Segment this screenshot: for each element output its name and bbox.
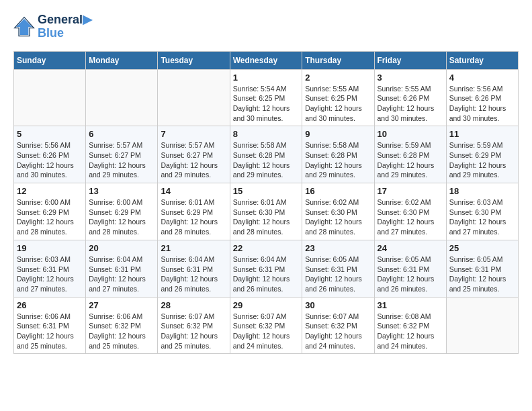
day-info: Sunrise: 5:57 AM Sunset: 6:27 PM Dayligh…: [161, 140, 226, 180]
calendar-body: 1Sunrise: 5:54 AM Sunset: 6:25 PM Daylig…: [14, 69, 519, 354]
day-number: 11: [449, 129, 515, 139]
calendar-day-cell: 2Sunrise: 5:55 AM Sunset: 6:25 PM Daylig…: [302, 69, 374, 126]
calendar-day-cell: 22Sunrise: 6:04 AM Sunset: 6:31 PM Dayli…: [230, 240, 302, 297]
calendar-day-cell: [446, 297, 518, 354]
day-number: 15: [233, 186, 300, 196]
day-number: 16: [305, 186, 371, 196]
day-number: 4: [449, 73, 515, 83]
day-info: Sunrise: 6:00 AM Sunset: 6:29 PM Dayligh…: [17, 197, 83, 237]
calendar-day-cell: 30Sunrise: 6:07 AM Sunset: 6:32 PM Dayli…: [302, 297, 374, 354]
calendar-day-cell: 23Sunrise: 6:05 AM Sunset: 6:31 PM Dayli…: [302, 240, 374, 297]
day-info: Sunrise: 6:07 AM Sunset: 6:32 PM Dayligh…: [233, 312, 300, 351]
day-info: Sunrise: 6:04 AM Sunset: 6:31 PM Dayligh…: [233, 255, 300, 294]
day-number: 24: [378, 243, 443, 253]
day-header-friday: Friday: [374, 51, 446, 69]
calendar-day-cell: [86, 69, 158, 126]
page-header: General▶ Blue: [13, 13, 519, 40]
day-number: 28: [161, 300, 226, 310]
day-info: Sunrise: 5:54 AM Sunset: 6:25 PM Dayligh…: [233, 84, 300, 124]
day-number: 20: [89, 243, 154, 253]
day-header-saturday: Saturday: [446, 51, 518, 69]
calendar-day-cell: 6Sunrise: 5:57 AM Sunset: 6:27 PM Daylig…: [86, 126, 158, 183]
calendar-day-cell: 7Sunrise: 5:57 AM Sunset: 6:27 PM Daylig…: [158, 126, 230, 183]
day-info: Sunrise: 6:03 AM Sunset: 6:31 PM Dayligh…: [17, 255, 83, 294]
calendar-table: SundayMondayTuesdayWednesdayThursdayFrid…: [13, 51, 519, 355]
day-number: 9: [305, 129, 371, 139]
day-number: 29: [233, 300, 300, 310]
calendar-day-cell: 15Sunrise: 6:01 AM Sunset: 6:30 PM Dayli…: [230, 183, 302, 240]
calendar-day-cell: 13Sunrise: 6:00 AM Sunset: 6:29 PM Dayli…: [86, 183, 158, 240]
day-info: Sunrise: 6:06 AM Sunset: 6:31 PM Dayligh…: [17, 312, 83, 351]
day-number: 2: [305, 73, 371, 83]
calendar-day-cell: 21Sunrise: 6:04 AM Sunset: 6:31 PM Dayli…: [158, 240, 230, 297]
calendar-day-cell: 28Sunrise: 6:07 AM Sunset: 6:32 PM Dayli…: [158, 297, 230, 354]
day-number: 17: [378, 186, 443, 196]
calendar-day-cell: 8Sunrise: 5:58 AM Sunset: 6:28 PM Daylig…: [230, 126, 302, 183]
calendar-day-cell: 19Sunrise: 6:03 AM Sunset: 6:31 PM Dayli…: [14, 240, 86, 297]
day-info: Sunrise: 5:55 AM Sunset: 6:25 PM Dayligh…: [305, 84, 371, 124]
day-header-wednesday: Wednesday: [230, 51, 302, 69]
day-number: 14: [161, 186, 226, 196]
logo: General▶ Blue: [13, 13, 92, 40]
day-header-sunday: Sunday: [14, 51, 86, 69]
calendar-day-cell: 17Sunrise: 6:02 AM Sunset: 6:30 PM Dayli…: [374, 183, 446, 240]
day-number: 5: [17, 129, 83, 139]
calendar-week-4: 19Sunrise: 6:03 AM Sunset: 6:31 PM Dayli…: [14, 240, 519, 297]
day-info: Sunrise: 5:59 AM Sunset: 6:28 PM Dayligh…: [378, 140, 443, 180]
calendar-day-cell: 12Sunrise: 6:00 AM Sunset: 6:29 PM Dayli…: [14, 183, 86, 240]
calendar-day-cell: 24Sunrise: 6:05 AM Sunset: 6:31 PM Dayli…: [374, 240, 446, 297]
day-number: 1: [233, 73, 300, 83]
day-info: Sunrise: 6:05 AM Sunset: 6:31 PM Dayligh…: [305, 255, 371, 294]
day-number: 21: [161, 243, 226, 253]
calendar-day-cell: 14Sunrise: 6:01 AM Sunset: 6:29 PM Dayli…: [158, 183, 230, 240]
day-number: 18: [449, 186, 515, 196]
day-header-monday: Monday: [86, 51, 158, 69]
day-info: Sunrise: 6:05 AM Sunset: 6:31 PM Dayligh…: [449, 255, 515, 294]
logo-text: General▶ Blue: [38, 13, 92, 40]
day-info: Sunrise: 6:01 AM Sunset: 6:29 PM Dayligh…: [161, 197, 226, 237]
day-info: Sunrise: 6:05 AM Sunset: 6:31 PM Dayligh…: [378, 255, 443, 294]
day-info: Sunrise: 6:06 AM Sunset: 6:32 PM Dayligh…: [89, 312, 154, 351]
day-number: 12: [17, 186, 83, 196]
calendar-day-cell: 31Sunrise: 6:08 AM Sunset: 6:32 PM Dayli…: [374, 297, 446, 354]
day-info: Sunrise: 5:55 AM Sunset: 6:26 PM Dayligh…: [378, 84, 443, 124]
day-info: Sunrise: 6:04 AM Sunset: 6:31 PM Dayligh…: [161, 255, 226, 294]
calendar-week-3: 12Sunrise: 6:00 AM Sunset: 6:29 PM Dayli…: [14, 183, 519, 240]
calendar-day-cell: 5Sunrise: 5:56 AM Sunset: 6:26 PM Daylig…: [14, 126, 86, 183]
day-info: Sunrise: 6:01 AM Sunset: 6:30 PM Dayligh…: [233, 197, 300, 237]
calendar-day-cell: 16Sunrise: 6:02 AM Sunset: 6:30 PM Dayli…: [302, 183, 374, 240]
calendar-day-cell: 18Sunrise: 6:03 AM Sunset: 6:30 PM Dayli…: [446, 183, 518, 240]
day-number: 26: [17, 300, 83, 310]
calendar-header-row: SundayMondayTuesdayWednesdayThursdayFrid…: [14, 51, 519, 69]
calendar-day-cell: 25Sunrise: 6:05 AM Sunset: 6:31 PM Dayli…: [446, 240, 518, 297]
calendar-day-cell: 11Sunrise: 5:59 AM Sunset: 6:29 PM Dayli…: [446, 126, 518, 183]
calendar-day-cell: 3Sunrise: 5:55 AM Sunset: 6:26 PM Daylig…: [374, 69, 446, 126]
day-info: Sunrise: 5:58 AM Sunset: 6:28 PM Dayligh…: [305, 140, 371, 180]
day-number: 30: [305, 300, 371, 310]
day-info: Sunrise: 6:02 AM Sunset: 6:30 PM Dayligh…: [378, 197, 443, 237]
calendar-week-2: 5Sunrise: 5:56 AM Sunset: 6:26 PM Daylig…: [14, 126, 519, 183]
calendar-day-cell: 1Sunrise: 5:54 AM Sunset: 6:25 PM Daylig…: [230, 69, 302, 126]
day-number: 25: [449, 243, 515, 253]
day-number: 3: [378, 73, 443, 83]
calendar-day-cell: 27Sunrise: 6:06 AM Sunset: 6:32 PM Dayli…: [86, 297, 158, 354]
day-info: Sunrise: 6:04 AM Sunset: 6:31 PM Dayligh…: [89, 255, 154, 294]
day-info: Sunrise: 6:07 AM Sunset: 6:32 PM Dayligh…: [305, 312, 371, 351]
day-number: 19: [17, 243, 83, 253]
day-info: Sunrise: 6:02 AM Sunset: 6:30 PM Dayligh…: [305, 197, 371, 237]
day-info: Sunrise: 5:56 AM Sunset: 6:26 PM Dayligh…: [17, 140, 83, 180]
day-info: Sunrise: 5:57 AM Sunset: 6:27 PM Dayligh…: [89, 140, 154, 180]
logo-icon: [13, 16, 35, 38]
calendar-day-cell: [14, 69, 86, 126]
day-info: Sunrise: 5:59 AM Sunset: 6:29 PM Dayligh…: [449, 140, 515, 180]
day-header-tuesday: Tuesday: [158, 51, 230, 69]
day-number: 7: [161, 129, 226, 139]
calendar-day-cell: 9Sunrise: 5:58 AM Sunset: 6:28 PM Daylig…: [302, 126, 374, 183]
day-number: 6: [89, 129, 154, 139]
day-info: Sunrise: 6:03 AM Sunset: 6:30 PM Dayligh…: [449, 197, 515, 237]
day-info: Sunrise: 6:00 AM Sunset: 6:29 PM Dayligh…: [89, 197, 154, 237]
day-info: Sunrise: 5:58 AM Sunset: 6:28 PM Dayligh…: [233, 140, 300, 180]
day-number: 27: [89, 300, 154, 310]
day-info: Sunrise: 6:07 AM Sunset: 6:32 PM Dayligh…: [161, 312, 226, 351]
day-info: Sunrise: 5:56 AM Sunset: 6:26 PM Dayligh…: [449, 84, 515, 124]
